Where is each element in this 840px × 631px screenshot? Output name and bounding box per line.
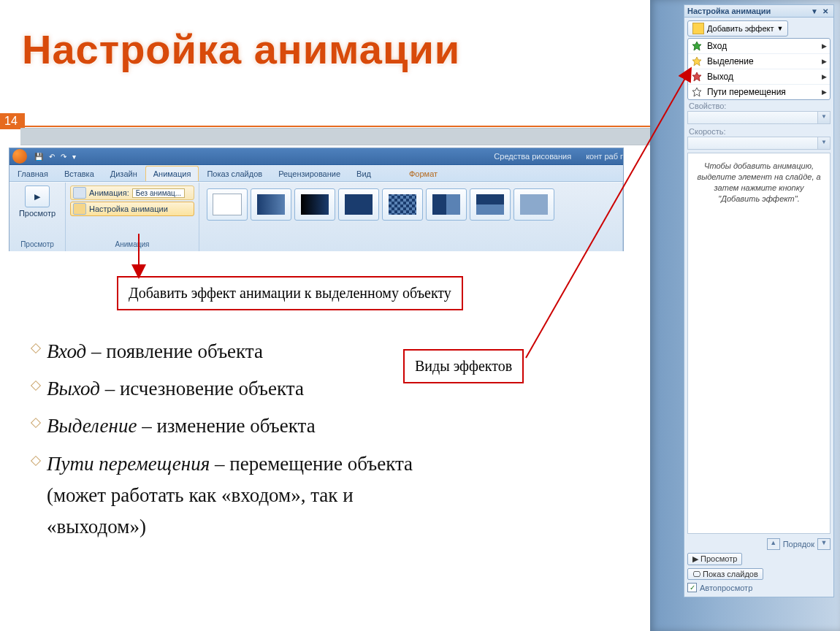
- svg-marker-0: [692, 42, 701, 50]
- preview-button[interactable]: ▶ Просмотр: [17, 186, 58, 218]
- star-red-icon: [691, 72, 703, 82]
- effect-type-menu: Вход▶ Выделение▶ Выход▶ Пути перемещения…: [687, 38, 831, 100]
- qat-save-icon[interactable]: 💾: [31, 153, 46, 161]
- field-property[interactable]: ▼: [687, 111, 831, 124]
- slideshow-button[interactable]: 🖵 Показ слайдов: [687, 568, 763, 580]
- svg-marker-2: [692, 72, 701, 81]
- diamond-bullet-icon: [31, 418, 41, 428]
- pane-close-icon[interactable]: ✕: [820, 7, 831, 15]
- bullet-term: Выход: [47, 378, 100, 399]
- transition-fade[interactable]: [251, 188, 291, 221]
- preview-icon: ▶: [25, 186, 50, 207]
- bullet-desc: – появление объекта: [86, 340, 263, 362]
- autopreview-checkbox[interactable]: ✓: [687, 583, 697, 592]
- order-up-button[interactable]: ▲: [767, 538, 780, 550]
- ribbon-body: ▶ Просмотр Просмотр Анимация: Без анимац…: [9, 182, 623, 251]
- diamond-bullet-icon: [31, 343, 41, 353]
- animation-pane: Настройка анимации ▼ ✕ Добавить эффект ▼…: [684, 4, 834, 597]
- menu-label: Пути перемещения: [707, 87, 786, 97]
- office-button-icon[interactable]: [12, 149, 27, 164]
- slide-title: Настройка анимации: [22, 26, 460, 73]
- slideshow-label: Показ слайдов: [703, 570, 758, 578]
- diamond-bullet-icon: [31, 455, 41, 465]
- bullet-term: Пути перемещения: [47, 453, 210, 475]
- menu-label: Выделение: [707, 56, 754, 66]
- pane-titlebar: Настройка анимации ▼ ✕: [684, 4, 834, 18]
- animation-icon: [73, 187, 86, 199]
- tab-view[interactable]: Вид: [348, 166, 379, 181]
- tab-home[interactable]: Главная: [9, 166, 56, 181]
- divider-orange: [0, 126, 650, 127]
- bullet-term: Выделение: [47, 415, 137, 437]
- chevron-down-icon: ▼: [776, 25, 783, 32]
- chevron-down-icon: ▼: [817, 112, 830, 123]
- transition-split[interactable]: [513, 188, 554, 221]
- field-speed-label: Скорость:: [687, 126, 831, 136]
- preview-button-label: Просмотр: [19, 209, 56, 218]
- menu-item-exit[interactable]: Выход▶: [688, 69, 830, 85]
- tab-animation[interactable]: Анимация: [145, 166, 199, 181]
- group-transitions: [199, 183, 623, 251]
- list-item: Пути перемещения – перемещение объекта (…: [32, 448, 419, 543]
- transition-dissolve[interactable]: [382, 188, 423, 221]
- callout-effect-types: Виды эффектов: [403, 349, 524, 383]
- transition-wipe-v[interactable]: [470, 188, 511, 221]
- tab-review[interactable]: Рецензирование: [270, 166, 348, 181]
- chevron-down-icon: ▼: [817, 137, 830, 149]
- star-icon: [692, 23, 704, 34]
- star-green-icon: [691, 41, 703, 51]
- animation-dropdown[interactable]: Анимация: Без анимац...: [70, 186, 194, 200]
- transition-none[interactable]: [207, 188, 248, 221]
- transition-cut[interactable]: [338, 188, 379, 221]
- ribbon-tabs: Главная Вставка Дизайн Анимация Показ сл…: [9, 165, 623, 182]
- pane-dropdown-icon[interactable]: ▼: [809, 7, 820, 15]
- transition-fadeblack[interactable]: [294, 188, 335, 221]
- tab-insert[interactable]: Вставка: [56, 166, 102, 181]
- qat-more-icon[interactable]: ▾: [69, 153, 79, 161]
- autopreview-label: Автопросмотр: [700, 584, 752, 592]
- field-property-label: Свойство:: [687, 100, 831, 110]
- tab-format[interactable]: Формат: [401, 166, 446, 181]
- transition-wipe-h[interactable]: [426, 188, 467, 221]
- title-bar: 💾 ↶ ↷ ▾ Средства рисования конт раб г: [9, 148, 623, 165]
- add-effect-label: Добавить эффект: [707, 24, 774, 33]
- menu-item-emphasis[interactable]: Выделение▶: [688, 54, 830, 69]
- ribbon-screenshot: 💾 ↶ ↷ ▾ Средства рисования конт раб г Гл…: [9, 148, 624, 251]
- pane-bottom-controls: ▲ Порядок ▼ ▶ Просмотр 🖵 Показ слайдов ✓…: [687, 537, 831, 594]
- tab-design[interactable]: Дизайн: [102, 166, 145, 181]
- document-name: конт раб г: [586, 152, 623, 161]
- bullet-list: Вход – появление объекта Выход – исчезно…: [32, 336, 419, 548]
- list-item: Выход – исчезновение объекта: [32, 373, 419, 405]
- contextual-tab-label: Средства рисования: [494, 152, 571, 161]
- divider-gray: [20, 128, 650, 145]
- order-down-button[interactable]: ▼: [817, 538, 831, 550]
- chevron-right-icon: ▶: [822, 73, 827, 80]
- svg-marker-3: [692, 88, 701, 96]
- custom-animation-button[interactable]: Настройка анимации: [70, 202, 194, 216]
- list-item: Выделение – изменение объекта: [32, 410, 419, 442]
- menu-item-paths[interactable]: Пути перемещения▶: [688, 85, 830, 99]
- preview-button[interactable]: ▶ Просмотр: [687, 553, 742, 565]
- pane-title: Настройка анимации: [687, 7, 809, 15]
- animation-label: Анимация:: [89, 188, 129, 197]
- list-item: Вход – появление объекта: [32, 336, 419, 367]
- callout-add-effect: Добавить эффект анимации к выделенному о…: [117, 276, 463, 310]
- qat-undo-icon[interactable]: ↶: [46, 153, 58, 161]
- field-speed[interactable]: ▼: [687, 137, 831, 150]
- chevron-right-icon: ▶: [822, 58, 827, 65]
- menu-label: Вход: [707, 41, 727, 51]
- group-preview: ▶ Просмотр Просмотр: [9, 183, 66, 251]
- transition-gallery[interactable]: [204, 186, 554, 221]
- menu-item-entrance[interactable]: Вход▶: [688, 39, 830, 54]
- custom-animation-icon: [73, 203, 86, 215]
- preview-label: Просмотр: [700, 554, 737, 563]
- chevron-right-icon: ▶: [822, 88, 827, 96]
- qat-redo-icon[interactable]: ↷: [58, 153, 69, 161]
- star-outline-icon: [691, 87, 703, 97]
- group-animation: Анимация: Без анимац... Настройка анимац…: [66, 183, 199, 251]
- bullet-desc: – исчезновение объекта: [100, 378, 304, 399]
- add-effect-button[interactable]: Добавить эффект ▼: [687, 20, 788, 37]
- bullet-desc: – изменение объекта: [137, 415, 315, 437]
- tab-slideshow[interactable]: Показ слайдов: [199, 166, 270, 181]
- diamond-bullet-icon: [31, 380, 41, 391]
